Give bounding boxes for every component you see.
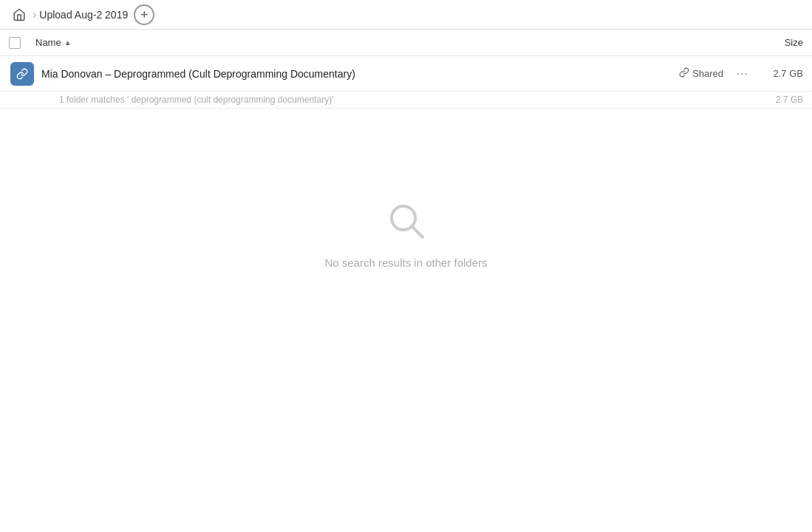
more-dots-icon: ··· xyxy=(737,67,748,81)
match-subtitle-row: 1 folder matches ' deprogrammed (cult de… xyxy=(0,92,812,109)
file-size: 2.7 GB xyxy=(759,68,803,79)
file-icon-wrapper xyxy=(9,62,35,86)
breadcrumb-bar: › Upload Aug-2 2019 + xyxy=(0,0,812,30)
empty-search-icon xyxy=(383,197,430,245)
shared-label: Shared xyxy=(692,68,723,79)
link-small-icon xyxy=(679,67,689,78)
size-column-header[interactable]: Size xyxy=(744,37,803,48)
table-header: Name ▲ Size xyxy=(0,30,812,56)
file-name: Mia Donovan – Deprogrammed (Cult Deprogr… xyxy=(35,68,679,80)
more-options-button[interactable]: ··· xyxy=(732,64,753,84)
breadcrumb-separator: › xyxy=(33,8,36,21)
file-row[interactable]: Mia Donovan – Deprogrammed (Cult Deprogr… xyxy=(0,56,812,92)
match-size: 2.7 GB xyxy=(759,95,803,105)
empty-state-message: No search results in other folders xyxy=(324,256,487,269)
add-button[interactable]: + xyxy=(134,4,154,25)
home-button[interactable] xyxy=(9,4,30,25)
file-shared-badge: Shared xyxy=(679,67,723,80)
match-text: 1 folder matches ' deprogrammed (cult de… xyxy=(59,95,759,105)
svg-line-1 xyxy=(412,226,423,237)
share-link-icon xyxy=(679,67,689,80)
link-icon-file xyxy=(16,68,28,80)
name-column-header[interactable]: Name ▲ xyxy=(35,37,744,48)
select-all-checkbox-col xyxy=(9,37,35,49)
file-icon xyxy=(10,62,34,86)
breadcrumb-label[interactable]: Upload Aug-2 2019 xyxy=(39,9,128,21)
select-all-checkbox[interactable] xyxy=(9,37,21,49)
empty-state: No search results in other folders xyxy=(0,109,812,269)
home-icon xyxy=(13,8,26,21)
sort-arrow-icon: ▲ xyxy=(64,38,72,47)
